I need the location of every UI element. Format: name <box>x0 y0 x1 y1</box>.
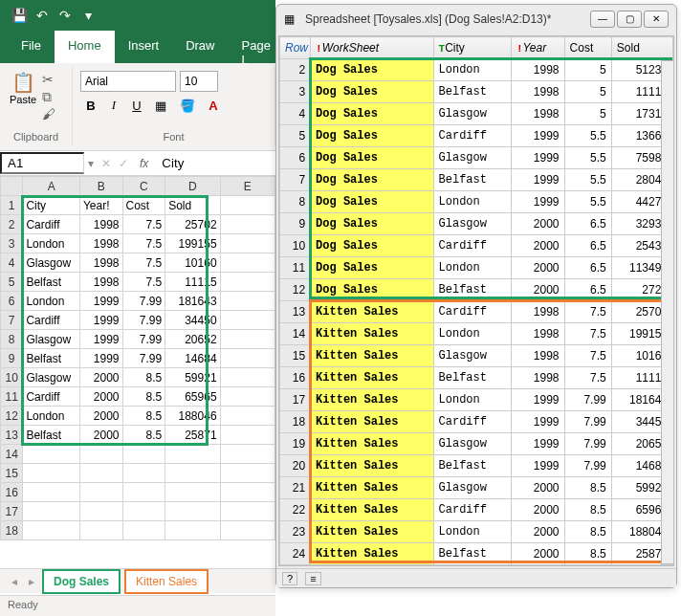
tab-insert[interactable]: Insert <box>115 31 173 63</box>
year-cell[interactable]: 1998 <box>511 301 564 323</box>
cell[interactable]: 25702 <box>165 215 220 234</box>
cell[interactable]: 1998 <box>79 273 122 292</box>
col-header-C[interactable]: C <box>122 177 165 196</box>
row-header-4[interactable]: 4 <box>1 253 23 273</box>
cell[interactable]: 2000 <box>79 426 122 445</box>
worksheet-cell[interactable]: Kitten Sales <box>311 367 433 389</box>
worksheet-cell[interactable]: Dog Sales <box>311 213 433 235</box>
cell[interactable]: 2000 <box>79 387 122 407</box>
cost-cell[interactable]: 7.5 <box>564 323 611 345</box>
copy-icon[interactable]: ⧉ <box>42 88 55 105</box>
cell[interactable]: Glasgow <box>23 253 80 273</box>
worksheet-cell[interactable]: Dog Sales <box>311 169 433 191</box>
cell[interactable]: Belfast <box>23 273 80 292</box>
cell[interactable] <box>220 292 275 311</box>
city-cell[interactable]: London <box>433 323 511 345</box>
cut-icon[interactable]: ✂ <box>42 71 55 88</box>
table-row[interactable]: 13Kitten SalesCardiff19987.525702 <box>280 301 673 323</box>
year-cell[interactable]: 2000 <box>511 477 564 499</box>
fill-color-button[interactable]: 🪣 <box>174 97 201 115</box>
table-row[interactable]: 16Kitten SalesBelfast19987.511115 <box>280 367 673 389</box>
cost-cell[interactable]: 7.5 <box>564 345 611 367</box>
cell[interactable]: 65965 <box>165 387 220 407</box>
cell[interactable]: 14684 <box>165 349 220 368</box>
cell[interactable] <box>79 521 122 540</box>
cost-cell[interactable]: 6.5 <box>564 279 611 301</box>
table-row[interactable]: 3Dog SalesBelfast1998511114 <box>280 81 673 103</box>
cell[interactable]: 7.5 <box>122 234 165 253</box>
city-cell[interactable]: Belfast <box>433 279 511 301</box>
cell[interactable] <box>165 445 220 464</box>
cell[interactable]: Cost <box>122 196 165 215</box>
italic-button[interactable]: I <box>103 96 124 115</box>
year-cell[interactable]: 1999 <box>511 125 564 147</box>
cell[interactable] <box>220 215 275 234</box>
table-row[interactable]: 4Dog SalesGlasgow1998517318 <box>280 103 673 125</box>
city-cell[interactable]: Belfast <box>433 81 511 103</box>
select-all-cell[interactable] <box>1 177 23 196</box>
worksheet-cell[interactable]: Dog Sales <box>311 191 433 213</box>
city-cell[interactable]: Belfast <box>433 169 511 191</box>
worksheet-cell[interactable]: Kitten Sales <box>311 345 433 367</box>
titlebar[interactable]: ▦ Spreadsheet [Toysales.xls] (Dog Sales!… <box>276 5 676 33</box>
worksheet-cell[interactable]: Dog Sales <box>311 279 433 301</box>
city-cell[interactable]: Cardiff <box>433 499 511 521</box>
worksheet-cell[interactable]: Kitten Sales <box>311 477 433 499</box>
year-cell[interactable]: 1999 <box>511 455 564 477</box>
cell[interactable]: 7.99 <box>122 330 165 349</box>
year-cell[interactable]: 2000 <box>511 521 564 543</box>
fx-icon[interactable]: fx <box>132 155 156 172</box>
cell[interactable] <box>220 521 275 540</box>
city-cell[interactable]: Glasgow <box>433 213 511 235</box>
cost-cell[interactable]: 6.5 <box>564 257 611 279</box>
row-header-8[interactable]: 8 <box>1 330 23 349</box>
font-color-button[interactable]: A <box>203 97 224 115</box>
city-cell[interactable]: Glasgow <box>433 103 511 125</box>
table-row[interactable]: 22Kitten SalesCardiff20008.565965 <box>280 499 673 521</box>
worksheet-cell[interactable]: Kitten Sales <box>311 389 433 411</box>
row-header-2[interactable]: 2 <box>1 215 23 234</box>
worksheet-cell[interactable]: Dog Sales <box>311 125 433 147</box>
worksheet-cell[interactable]: Kitten Sales <box>311 411 433 433</box>
cell[interactable]: 8.5 <box>122 426 165 445</box>
city-cell[interactable]: Cardiff <box>433 235 511 257</box>
cell[interactable] <box>220 253 275 273</box>
cell[interactable]: 188046 <box>165 407 220 426</box>
cost-cell[interactable]: 7.99 <box>564 455 611 477</box>
city-cell[interactable]: London <box>433 521 511 543</box>
sheet-tab-kitten-sales[interactable]: Kitten Sales <box>124 569 209 594</box>
cell[interactable]: 181643 <box>165 292 220 311</box>
worksheet-grid[interactable]: ABCDE1CityYear!CostSold2Cardiff19987.525… <box>0 176 275 540</box>
table-row[interactable]: 7Dog SalesBelfast19995.528044 <box>280 169 673 191</box>
sheet-tab-dog-sales[interactable]: Dog Sales <box>42 569 121 594</box>
year-cell[interactable]: 1998 <box>511 59 564 81</box>
cell[interactable] <box>79 483 122 502</box>
cell[interactable] <box>165 464 220 483</box>
tab-draw[interactable]: Draw <box>172 31 228 63</box>
cell[interactable] <box>122 502 165 521</box>
table-row[interactable]: 2Dog SalesLondon1998551237 <box>280 59 673 81</box>
cell[interactable]: 59921 <box>165 368 220 387</box>
table-row[interactable]: 8Dog SalesLondon19995.544271 <box>280 191 673 213</box>
row-header-1[interactable]: 1 <box>1 196 23 215</box>
city-cell[interactable]: Cardiff <box>433 125 511 147</box>
year-cell[interactable]: 2000 <box>511 213 564 235</box>
table-row[interactable]: 6Dog SalesGlasgow19995.575982 <box>280 147 673 169</box>
cell[interactable] <box>23 445 80 464</box>
vertical-scrollbar[interactable] <box>661 60 674 564</box>
city-cell[interactable]: London <box>433 59 511 81</box>
col-header-B[interactable]: B <box>79 177 122 196</box>
row-header-3[interactable]: 3 <box>1 234 23 253</box>
table-row[interactable]: 10Dog SalesCardiff20006.525439 <box>280 235 673 257</box>
cell[interactable] <box>165 521 220 540</box>
city-cell[interactable]: Glasgow <box>433 477 511 499</box>
city-cell[interactable]: Glasgow <box>433 147 511 169</box>
table-row[interactable]: 23Kitten SalesLondon20008.5188046 <box>280 521 673 543</box>
cell[interactable] <box>220 407 275 426</box>
table-row[interactable]: 17Kitten SalesLondon19997.99181643 <box>280 389 673 411</box>
cost-cell[interactable]: 5 <box>564 59 611 81</box>
cell[interactable]: 20652 <box>165 330 220 349</box>
cell[interactable] <box>220 311 275 330</box>
cell[interactable]: 1999 <box>79 311 122 330</box>
cell[interactable] <box>79 502 122 521</box>
